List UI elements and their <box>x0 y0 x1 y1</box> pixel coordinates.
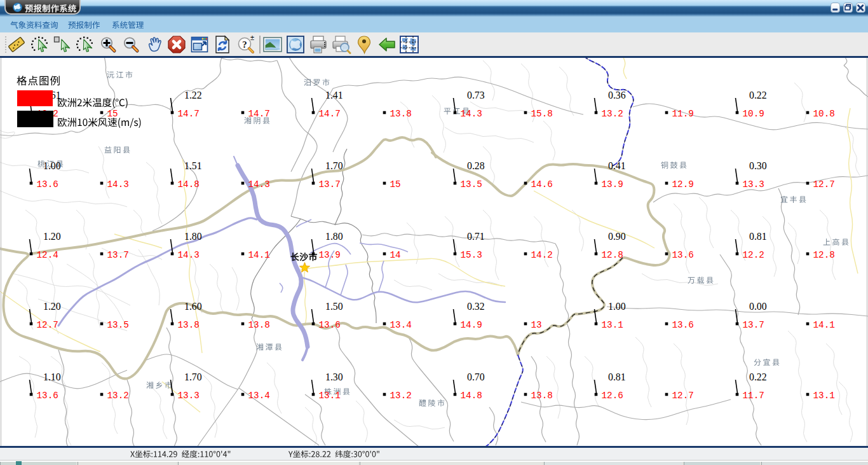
svg-text:1.20: 1.20 <box>43 231 61 242</box>
svg-text:1.80: 1.80 <box>325 231 343 242</box>
svg-text:1.30: 1.30 <box>325 371 343 382</box>
svg-text:13.2: 13.2 <box>390 391 412 401</box>
svg-text:13.5: 13.5 <box>107 320 129 330</box>
svg-text:14.3: 14.3 <box>107 179 129 190</box>
svg-text:11.9: 11.9 <box>672 109 694 119</box>
svg-text:10.8: 10.8 <box>813 109 835 119</box>
svg-text:0.28: 0.28 <box>467 160 485 171</box>
svg-text:15.8: 15.8 <box>531 109 553 119</box>
svg-text:13.6: 13.6 <box>672 320 694 330</box>
svg-text:12.7: 12.7 <box>813 179 835 190</box>
svg-text:13.3: 13.3 <box>178 391 200 401</box>
svg-text:13.7: 13.7 <box>107 250 129 260</box>
svg-text:1.51: 1.51 <box>184 160 202 171</box>
svg-text:13.2: 13.2 <box>107 391 129 401</box>
svg-text:1.10: 1.10 <box>43 371 61 382</box>
svg-text:1.22: 1.22 <box>184 90 202 101</box>
svg-text:0.41: 0.41 <box>608 160 626 171</box>
svg-text:13.4: 13.4 <box>390 320 412 330</box>
svg-text:13.6: 13.6 <box>37 179 58 190</box>
svg-text:0.81: 0.81 <box>749 231 767 242</box>
svg-text:12.7: 12.7 <box>672 391 694 401</box>
svg-text:13.8: 13.8 <box>178 320 200 330</box>
svg-text:13.7: 13.7 <box>319 179 341 190</box>
svg-text:13.5: 13.5 <box>461 179 482 190</box>
svg-text:0.00: 0.00 <box>749 301 767 312</box>
svg-text:13.6: 13.6 <box>37 391 58 401</box>
svg-text:0.22: 0.22 <box>749 90 767 101</box>
svg-text:15: 15 <box>107 109 118 119</box>
svg-text:13.6: 13.6 <box>319 320 341 330</box>
svg-text:0.90: 0.90 <box>608 231 626 242</box>
svg-text:14.6: 14.6 <box>531 179 553 190</box>
svg-text:14.1: 14.1 <box>813 320 835 330</box>
svg-text:13.2: 13.2 <box>602 109 623 119</box>
svg-text:12.8: 12.8 <box>813 250 835 260</box>
svg-text:10.9: 10.9 <box>743 109 764 119</box>
svg-text:14.8: 14.8 <box>178 179 200 190</box>
svg-text:1.20: 1.20 <box>43 301 61 312</box>
svg-text:0.70: 0.70 <box>467 371 485 382</box>
svg-text:?: ? <box>242 39 247 50</box>
svg-text:12.8: 12.8 <box>602 250 623 260</box>
svg-text:12.9: 12.9 <box>672 179 694 190</box>
svg-text:1.50: 1.50 <box>325 301 343 312</box>
svg-text:11.7: 11.7 <box>743 391 764 401</box>
svg-text:0.22: 0.22 <box>749 371 767 382</box>
svg-text:0.81: 0.81 <box>608 371 626 382</box>
svg-text:13.1: 13.1 <box>602 320 623 330</box>
svg-text:13.8: 13.8 <box>390 109 412 119</box>
svg-text:13.7: 13.7 <box>743 320 764 330</box>
svg-text:14.7: 14.7 <box>178 109 200 119</box>
svg-text:13.1: 13.1 <box>319 391 341 401</box>
svg-text:13.8: 13.8 <box>531 391 553 401</box>
svg-text:0.73: 0.73 <box>467 90 485 101</box>
svg-text:12.2: 12.2 <box>743 250 764 260</box>
svg-text:±: ± <box>250 34 254 41</box>
svg-text:1.00: 1.00 <box>43 160 61 171</box>
svg-text:12.7: 12.7 <box>37 320 58 330</box>
svg-text:0.36: 0.36 <box>608 90 626 101</box>
svg-text:14.7: 14.7 <box>319 109 341 119</box>
svg-text:14: 14 <box>390 250 401 260</box>
svg-text:0.71: 0.71 <box>467 231 485 242</box>
svg-text:15.3: 15.3 <box>461 250 482 260</box>
svg-text:12.4: 12.4 <box>37 250 58 260</box>
svg-text:0.30: 0.30 <box>749 160 767 171</box>
svg-text:14.3: 14.3 <box>178 250 200 260</box>
svg-text:1.60: 1.60 <box>184 301 202 312</box>
svg-text:0.32: 0.32 <box>467 301 485 312</box>
svg-text:13.9: 13.9 <box>319 250 341 260</box>
svg-text:15: 15 <box>390 179 401 190</box>
svg-text:12.6: 12.6 <box>602 391 623 401</box>
svg-text:1.70: 1.70 <box>325 160 343 171</box>
svg-text:13.8: 13.8 <box>248 320 270 330</box>
svg-text:13.9: 13.9 <box>602 179 623 190</box>
svg-text:13.1: 13.1 <box>813 391 835 401</box>
svg-text:13: 13 <box>531 320 542 330</box>
svg-text:14.3: 14.3 <box>248 179 270 190</box>
svg-text:1.70: 1.70 <box>184 371 202 382</box>
svg-text:13.6: 13.6 <box>672 250 694 260</box>
svg-text:14.7: 14.7 <box>248 109 270 119</box>
svg-text:14.3: 14.3 <box>461 109 482 119</box>
svg-text:14.1: 14.1 <box>248 250 270 260</box>
svg-text:14.2: 14.2 <box>531 250 553 260</box>
svg-text:1.80: 1.80 <box>184 231 202 242</box>
svg-text:1.00: 1.00 <box>608 301 626 312</box>
svg-text:13.3: 13.3 <box>743 179 764 190</box>
svg-text:1.41: 1.41 <box>325 90 343 101</box>
svg-text:14.8: 14.8 <box>461 391 482 401</box>
svg-text:14.9: 14.9 <box>461 320 482 330</box>
svg-text:13.4: 13.4 <box>248 391 270 401</box>
